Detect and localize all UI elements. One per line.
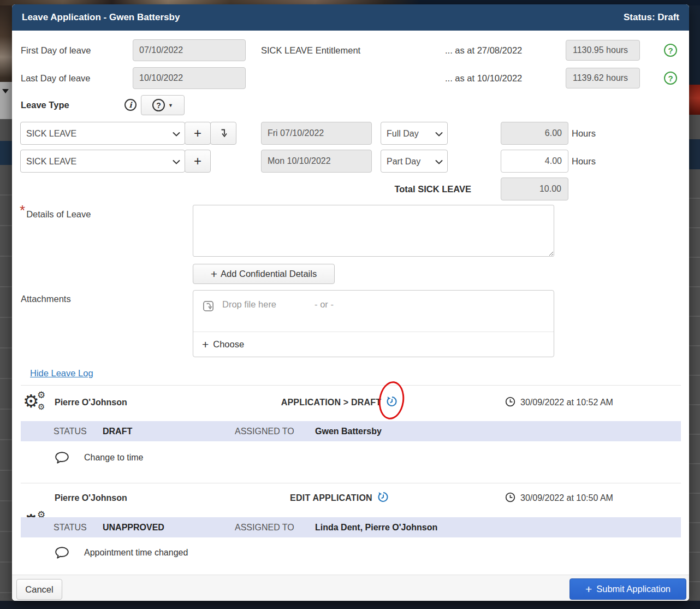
day-part-select-2[interactable]: Part Day [381,150,448,173]
copy-down-button[interactable] [210,122,236,145]
speech-bubble-icon [55,546,69,561]
plus-icon: + [585,583,592,596]
choose-file-button[interactable]: + Choose [193,332,554,357]
assigned-value-1: Gwen Battersby [315,421,382,441]
plus-icon: + [211,268,217,281]
divider [21,385,681,386]
entitlement-hours-2: 1139.62 hours [566,68,640,88]
divider [21,483,681,483]
leave-date-input-2 [261,150,372,173]
log-action-group-2: EDIT APPLICATION [252,484,427,512]
backdrop-left [0,0,12,609]
gears-icon: ⚙⚙⚙ [23,391,47,415]
drop-file-text: Drop file here [222,299,276,310]
backdrop-right [689,0,700,609]
status-value-2: UNAPPROVED [103,517,164,537]
log-timestamp-1: 30/09/2022 at 10:52 AM [520,398,613,407]
assigned-label: ASSIGNED TO [235,517,294,537]
history-icon[interactable] [377,491,389,505]
last-day-input [133,67,246,89]
total-label: Total SICK LEAVE [340,178,471,200]
entitlement-asat-2: ... as at 10/10/2022 [445,67,522,89]
details-label: Details of Leave [26,205,91,220]
backdrop-caret [2,89,9,93]
log-comment-1: Change to time [84,450,144,466]
modal-title: Leave Application - Gwen Battersby [22,12,180,23]
entitlement-asat-1: ... as at 27/08/2022 [445,39,522,61]
clock-icon [505,397,515,409]
hours-input-1 [501,122,568,145]
or-text: - or - [315,299,334,310]
arrow-down-hook-icon [218,128,229,139]
hours-label-2: Hours [572,150,596,173]
log-user-2: Pierre O'Johnson [55,484,127,512]
log-action-2: EDIT APPLICATION [290,493,372,503]
status-label: STATUS [54,421,87,441]
backdrop-bottom [0,601,700,609]
leave-type-select-1[interactable]: SICK LEAVE [20,122,185,145]
history-icon[interactable] [386,395,398,410]
log-action-group-1: APPLICATION > DRAFT [252,389,427,416]
submit-application-button[interactable]: + Submit Application [570,578,686,600]
log-time-group-1: 30/09/2022 at 10:52 AM [505,389,613,416]
hours-label-1: Hours [572,122,596,145]
required-asterisk: * [20,205,25,215]
help-question-icon: ? [152,99,165,111]
log-status-row-1: STATUS DRAFT ASSIGNED TO Gwen Battersby [21,421,681,441]
first-day-label: First Day of leave [21,39,91,61]
cancel-button[interactable]: Cancel [16,579,62,600]
entitlement-hours-1: 1130.95 hours [566,40,640,61]
assigned-label: ASSIGNED TO [235,421,294,441]
log-comment-2: Appointment time changed [84,545,188,561]
status-value-1: DRAFT [103,421,132,441]
status-label: STATUS [54,517,87,537]
modal-status-badge: Status: Draft [624,12,679,23]
hours-input-2[interactable] [501,150,568,173]
modal-titlebar: Leave Application - Gwen Battersby Statu… [12,4,689,31]
drop-file-icon [202,300,215,315]
dropzone-hint: Drop file here - or - [193,291,554,332]
entitlement-help-icon-1[interactable]: ? [664,44,677,57]
hide-leave-log-link[interactable]: Hide Leave Log [30,368,93,379]
attachments-label: Attachments [21,294,71,304]
speech-bubble-icon [55,451,69,466]
leave-type-help-button[interactable]: ? ▼ [141,95,185,115]
log-timestamp-2: 30/09/2022 at 10:50 AM [520,493,613,503]
attachments-dropzone[interactable]: Drop file here - or - + Choose [193,290,554,357]
modal-footer: Cancel + Submit Application [12,575,689,601]
leave-type-label: Leave Type [21,95,69,115]
leave-application-modal: Leave Application - Gwen Battersby Statu… [12,4,689,601]
entitlement-help-icon-2[interactable]: ? [664,72,677,85]
chevron-down-icon: ▼ [168,103,173,108]
clock-icon [505,492,515,505]
log-time-group-2: 30/09/2022 at 10:50 AM [505,484,613,512]
log-user-1: Pierre O'Johnson [55,389,127,416]
total-value: 10.00 [501,178,568,200]
log-status-row-2: STATUS UNAPPROVED ASSIGNED TO Linda Dent… [21,517,681,537]
plus-icon: + [202,338,209,351]
details-label-group: * Details of Leave [20,205,91,220]
add-leave-row-button-2[interactable]: + [185,150,211,173]
info-icon[interactable]: i [124,99,137,111]
add-confidential-button[interactable]: + Add Confidential Details [193,264,335,284]
assigned-value-2: Linda Dent, Pierre O'Johnson [315,517,437,537]
first-day-input [133,39,246,61]
last-day-label: Last Day of leave [21,67,91,89]
details-textarea[interactable] [193,205,554,257]
add-leave-row-button-1[interactable]: + [185,122,211,145]
log-action-1: APPLICATION > DRAFT [281,398,382,407]
day-part-select-1[interactable]: Full Day [381,122,448,145]
entitlement-label: SICK LEAVE Entitlement [261,39,360,61]
leave-date-input-1 [261,122,372,145]
leave-type-select-2[interactable]: SICK LEAVE [20,150,185,173]
